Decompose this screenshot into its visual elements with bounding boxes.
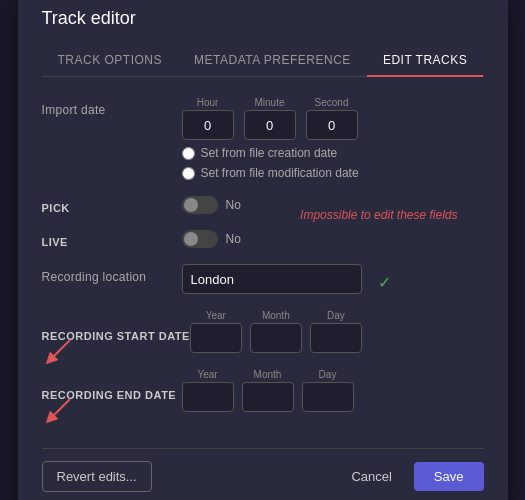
tab-track-options[interactable]: TRACK OPTIONS <box>42 45 179 77</box>
pick-label: PICK <box>42 196 182 214</box>
radio-creation-row: Set from file creation date <box>182 146 472 160</box>
start-day-input[interactable] <box>310 323 362 353</box>
dialog-title: Track editor <box>42 8 484 29</box>
end-month-input[interactable] <box>242 382 294 412</box>
recording-input-row: ✓ <box>182 264 472 294</box>
recording-end-date-row: RECORDING END DATE Year Month Day <box>42 369 472 412</box>
second-label: Second <box>306 97 358 108</box>
revert-button[interactable]: Revert edits... <box>42 461 152 492</box>
end-day-input[interactable] <box>302 382 354 412</box>
second-input[interactable] <box>306 110 358 140</box>
footer: Revert edits... Cancel Save <box>42 448 484 492</box>
start-month-label: Month <box>250 310 302 321</box>
live-content: No <box>182 230 472 248</box>
end-day-group: Day <box>302 369 354 412</box>
tab-edit-tracks[interactable]: EDIT TRACKS <box>367 45 483 77</box>
minute-group: Minute <box>244 97 296 140</box>
live-label: LIVE <box>42 230 182 248</box>
end-day-label: Day <box>302 369 354 380</box>
pick-toggle[interactable] <box>182 196 218 214</box>
end-month-label: Month <box>242 369 294 380</box>
recording-start-date-label: RECORDING START DATE <box>42 310 190 342</box>
start-year-group: Year <box>190 310 242 353</box>
radio-modification-row: Set from file modification date <box>182 166 472 180</box>
impossible-message: Impossible to edit these fields <box>300 208 457 222</box>
live-toggle-row: No <box>182 230 472 248</box>
start-day-label: Day <box>310 310 362 321</box>
end-year-group: Year <box>182 369 234 412</box>
start-year-input[interactable] <box>190 323 242 353</box>
start-month-input[interactable] <box>250 323 302 353</box>
hour-label: Hour <box>182 97 234 108</box>
start-year-label: Year <box>190 310 242 321</box>
track-editor-dialog: Track editor TRACK OPTIONS METADATA PREF… <box>18 0 508 500</box>
svg-line-1 <box>50 399 70 419</box>
recording-end-date-label: RECORDING END DATE <box>42 369 182 401</box>
radio-modification-label: Set from file modification date <box>201 166 359 180</box>
end-year-label: Year <box>182 369 234 380</box>
cancel-button[interactable]: Cancel <box>337 462 405 491</box>
hour-input[interactable] <box>182 110 234 140</box>
live-toggle-label: No <box>226 232 241 246</box>
svg-line-0 <box>50 340 70 360</box>
minute-input[interactable] <box>244 110 296 140</box>
save-button[interactable]: Save <box>414 462 484 491</box>
start-day-group: Day <box>310 310 362 353</box>
radio-creation-label: Set from file creation date <box>201 146 338 160</box>
recording-start-date-content: Year Month Day <box>190 310 472 353</box>
import-date-content: Hour Minute Second Set from file creatio… <box>182 97 472 180</box>
tab-content: Import date Hour Minute Second <box>42 97 484 428</box>
live-toggle[interactable] <box>182 230 218 248</box>
tab-bar: TRACK OPTIONS METADATA PREFERENCE EDIT T… <box>42 45 484 77</box>
tab-metadata-preference[interactable]: METADATA PREFERENCE <box>178 45 367 77</box>
start-month-group: Month <box>250 310 302 353</box>
recording-start-date-row: RECORDING START DATE Year Month Day <box>42 310 472 353</box>
start-date-arrow-icon <box>42 338 72 368</box>
hour-group: Hour <box>182 97 234 140</box>
end-month-group: Month <box>242 369 294 412</box>
minute-label: Minute <box>244 97 296 108</box>
import-date-label: Import date <box>42 97 182 117</box>
radio-modification[interactable] <box>182 167 195 180</box>
import-date-row: Import date Hour Minute Second <box>42 97 472 180</box>
end-year-input[interactable] <box>182 382 234 412</box>
live-row: LIVE No <box>42 230 472 248</box>
recording-end-date-inputs: Year Month Day <box>182 369 472 412</box>
footer-right: Cancel Save <box>337 462 483 491</box>
radio-creation[interactable] <box>182 147 195 160</box>
recording-location-input[interactable] <box>182 264 362 294</box>
recording-location-checkmark: ✓ <box>378 267 391 292</box>
recording-location-label: Recording location <box>42 264 182 284</box>
import-date-inputs: Hour Minute Second <box>182 97 472 140</box>
second-group: Second <box>306 97 358 140</box>
recording-location-content: ✓ <box>182 264 472 294</box>
pick-toggle-label: No <box>226 198 241 212</box>
recording-end-date-content: Year Month Day <box>182 369 472 412</box>
end-date-arrow-icon <box>42 397 72 427</box>
recording-start-date-inputs: Year Month Day <box>190 310 472 353</box>
recording-location-row: Recording location ✓ <box>42 264 472 294</box>
